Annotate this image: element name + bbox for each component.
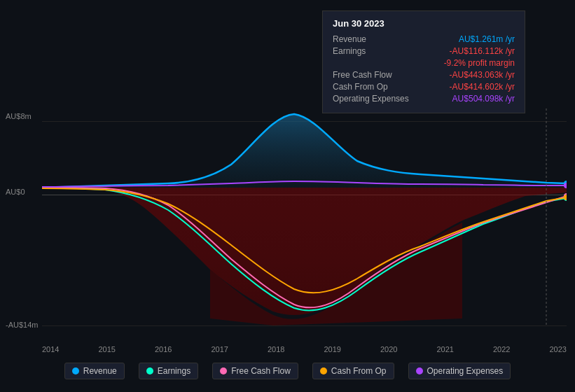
legend-item-revenue[interactable]: Revenue (64, 363, 125, 379)
loss-fill (42, 188, 567, 315)
tooltip-label-opex: Operating Expenses (333, 94, 409, 104)
tooltip-row-revenue: Revenue AU$1.261m /yr (333, 34, 515, 44)
legend-label-fcf: Free Cash Flow (231, 366, 291, 376)
tooltip-row-opex: Operating Expenses AU$504.098k /yr (333, 94, 515, 104)
revenue-fill (42, 114, 567, 188)
legend-label-revenue: Revenue (83, 366, 117, 376)
legend-item-opex[interactable]: Operating Expenses (408, 363, 511, 379)
tooltip-row-fcf: Free Cash Flow -AU$443.063k /yr (333, 70, 515, 80)
x-label-2023: 2023 (550, 345, 567, 354)
chart-container: Jun 30 2023 Revenue AU$1.261m /yr Earnin… (0, 0, 575, 392)
legend-dot-earnings (146, 368, 153, 374)
y-label-mid: AU$0 (6, 188, 25, 196)
x-label-2015: 2015 (99, 345, 116, 354)
legend-dot-opex (416, 368, 423, 374)
x-label-2018: 2018 (268, 345, 284, 354)
tooltip-value-opex: AU$504.098k /yr (452, 94, 515, 104)
profit-margin-value: -9.2% profit margin (444, 58, 515, 68)
legend-item-fcf[interactable]: Free Cash Flow (212, 363, 298, 379)
legend-item-cashfromop[interactable]: Cash From Op (312, 363, 394, 379)
tooltip-row-earnings: Earnings -AU$116.112k /yr (333, 46, 515, 56)
x-label-2014: 2014 (42, 345, 59, 354)
tooltip-value-earnings: -AU$116.112k /yr (450, 46, 515, 56)
tooltip-value-revenue: AU$1.261m /yr (459, 34, 515, 44)
x-label-2016: 2016 (155, 345, 172, 354)
x-label-2022: 2022 (493, 345, 510, 354)
profit-margin-row: -9.2% profit margin (333, 58, 515, 68)
tooltip-value-fcf: -AU$443.063k /yr (450, 70, 515, 80)
x-label-2019: 2019 (324, 345, 341, 354)
tooltip-label-fcf: Free Cash Flow (333, 70, 392, 80)
y-label-top: AU$8m (6, 112, 32, 120)
y-label-bot: -AU$14m (6, 321, 38, 329)
x-label-2021: 2021 (437, 345, 454, 354)
x-labels: 2014 2015 2016 2017 2018 2019 2020 2021 … (42, 345, 567, 354)
tooltip-value-cashfromop: -AU$414.602k /yr (450, 82, 515, 92)
legend-label-cashfromop: Cash From Op (331, 366, 387, 376)
legend-dot-revenue (72, 368, 79, 374)
legend-item-earnings[interactable]: Earnings (139, 363, 198, 379)
tooltip-title: Jun 30 2023 (333, 18, 515, 29)
x-label-2017: 2017 (212, 345, 228, 354)
legend-dot-cashfromop (320, 368, 327, 374)
gridline-bot (42, 326, 567, 326)
x-label-2020: 2020 (380, 345, 397, 354)
tooltip-label-earnings: Earnings (333, 46, 366, 56)
tooltip-label-cashfromop: Cash From Op (333, 82, 388, 92)
legend-label-opex: Operating Expenses (427, 366, 504, 376)
legend: Revenue Earnings Free Cash Flow Cash Fro… (0, 363, 575, 379)
chart-svg (42, 108, 567, 326)
tooltip-box: Jun 30 2023 Revenue AU$1.261m /yr Earnin… (322, 10, 525, 113)
tooltip-label-revenue: Revenue (333, 34, 366, 44)
tooltip-row-cashfromop: Cash From Op -AU$414.602k /yr (333, 82, 515, 92)
legend-label-earnings: Earnings (158, 366, 190, 376)
legend-dot-fcf (220, 368, 227, 374)
